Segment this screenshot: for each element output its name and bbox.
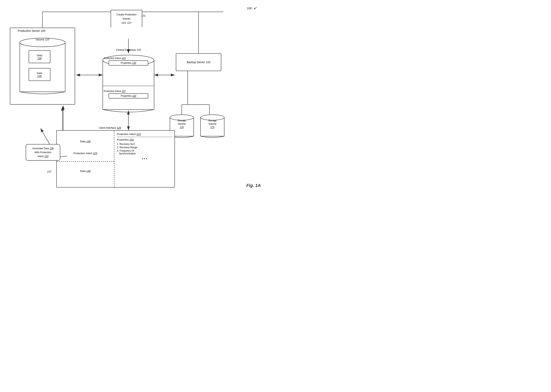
create-protection-intents-box: Create Protection Intents 123, 127 — [111, 10, 142, 27]
ci-right-pi: Protection Intent 123 — [117, 133, 172, 137]
storage-175-label: StorageVolume175 — [200, 119, 225, 129]
callout-ref: 137 — [47, 170, 51, 173]
volume-cylinder: Volume 115 Data 130 Data 135 — [18, 36, 67, 98]
left-section: Data 130 Protection Intent 123 Data 135 — [57, 131, 114, 188]
backup-server-label: Backup Server 110 — [187, 61, 210, 64]
pi-123-section: Protection Intent 123 Properties 133 — [104, 57, 153, 65]
ci-item-1: 1. Recovery SLA — [117, 143, 172, 146]
volume-label: Volume 115 — [18, 38, 67, 41]
pi-127-section: Protection Intent 127 Properties 143 — [104, 90, 153, 98]
ci-data-130: Data 130 — [80, 140, 91, 144]
data-135-label: Data — [37, 72, 42, 75]
ci-data-135: Data 135 — [80, 169, 91, 173]
client-interface-box: Data 130 Protection Intent 123 Data 135 … — [56, 130, 175, 188]
right-section: Protection Intent 123 Properties 133 1. … — [114, 131, 175, 188]
properties-143-box: Properties 143 — [109, 93, 148, 98]
data-130-ref: 130 — [37, 57, 42, 60]
production-server-title: Production Server 105 — [18, 29, 45, 32]
svg-rect-6 — [103, 60, 154, 110]
central-database: Central Database 120 Protection Intent 1… — [101, 53, 156, 113]
data-130-box: Data 130 — [29, 50, 50, 63]
ref-100: 100 ↙ — [247, 6, 257, 10]
diagram: 100 ↙ Create Protection Intents 123, 127… — [0, 0, 277, 196]
ci-pi-123: Protection Intent 123 — [73, 151, 97, 155]
storage-175: StorageVolume175 — [200, 113, 225, 140]
create-pi-ref: 131 — [141, 14, 146, 17]
callout-bubble: Associate Data 130 With Protection Inten… — [26, 144, 60, 161]
properties-133-box: Properties 133 — [109, 60, 148, 65]
central-db-label: Central Database 120 — [101, 48, 156, 51]
pi-123-label: Protection Intent 123 — [104, 57, 153, 60]
create-pi-title: Create Protection Intents 123, 127 — [114, 13, 139, 25]
ci-item-3: 3. Frequency Of Synchronization — [117, 149, 172, 155]
ci-dots: • • • — [117, 157, 172, 161]
volume-cylinder-svg — [18, 36, 67, 98]
svg-rect-4 — [20, 42, 65, 92]
data-130-label: Data — [37, 54, 42, 57]
ci-right-props: Properties 133 — [117, 138, 172, 141]
pi-127-label: Protection Intent 127 — [104, 90, 153, 93]
data-135-ref: 135 — [37, 75, 42, 77]
backup-server-box: Backup Server 110 — [176, 53, 221, 71]
client-interface-label: Client Interface 125 — [99, 126, 121, 129]
ci-item-2: 2. Recovery Range — [117, 146, 172, 149]
data-135-box: Data 135 — [29, 68, 50, 81]
figure-label: Fig. 1A — [246, 183, 261, 188]
storage-170-label: StorageVolume170 — [169, 119, 195, 129]
